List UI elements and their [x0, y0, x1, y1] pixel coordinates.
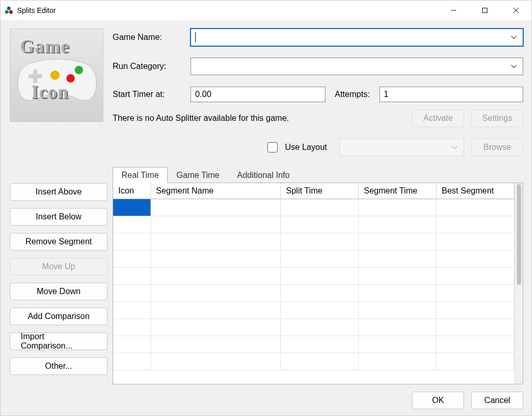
game-icon-text-1: Game: [20, 35, 70, 57]
cell-best_segment[interactable]: [436, 250, 514, 267]
cell-segment_name[interactable]: [151, 353, 281, 370]
cell-best_segment[interactable]: [436, 318, 514, 336]
cell-icon[interactable]: [113, 301, 151, 318]
cell-best_segment[interactable]: [436, 353, 514, 370]
cell-split_time[interactable]: [281, 318, 359, 336]
cell-split_time[interactable]: [281, 353, 359, 370]
import-comparison-button[interactable]: Import Comparison...: [10, 332, 107, 350]
remove-segment-button[interactable]: Remove Segment: [10, 233, 107, 251]
cell-icon[interactable]: [113, 336, 151, 353]
cell-icon[interactable]: [113, 284, 151, 301]
start-timer-input[interactable]: 0.00: [190, 87, 325, 102]
cell-split_time[interactable]: [281, 216, 359, 233]
cell-best_segment[interactable]: [436, 301, 514, 318]
cell-split_time[interactable]: [281, 336, 359, 353]
attempts-input[interactable]: 1: [379, 87, 523, 102]
game-icon-text-2: Icon: [31, 81, 69, 103]
table-row[interactable]: [113, 318, 514, 336]
cell-segment_time[interactable]: [359, 301, 436, 318]
cell-segment_time[interactable]: [359, 199, 436, 216]
table-row[interactable]: [113, 233, 514, 250]
cell-split_time[interactable]: [281, 284, 359, 301]
cell-segment_name[interactable]: [151, 250, 281, 267]
add-comparison-button[interactable]: Add Comparison: [10, 308, 107, 325]
ok-button[interactable]: OK: [412, 392, 464, 409]
cell-icon[interactable]: [113, 216, 151, 233]
cell-icon[interactable]: [113, 353, 151, 370]
cell-segment_time[interactable]: [359, 336, 436, 353]
game-name-combobox[interactable]: [190, 29, 523, 46]
cell-segment_name[interactable]: [151, 301, 281, 318]
segments-grid[interactable]: Icon Segment Name Split Time Segment Tim…: [113, 183, 514, 384]
cell-segment_name[interactable]: [151, 199, 281, 216]
scrollbar-thumb[interactable]: [517, 184, 521, 285]
chevron-down-icon: [510, 33, 517, 42]
cell-segment_time[interactable]: [359, 216, 436, 233]
cell-split_time[interactable]: [281, 233, 359, 250]
cell-best_segment[interactable]: [436, 233, 514, 250]
maximize-button[interactable]: [469, 1, 500, 20]
activate-button[interactable]: Activate: [412, 109, 464, 127]
move-up-button[interactable]: Move Up: [10, 258, 107, 275]
cell-icon[interactable]: [113, 233, 151, 250]
col-icon[interactable]: Icon: [113, 183, 151, 199]
table-row[interactable]: [113, 199, 514, 216]
table-row[interactable]: [113, 216, 514, 233]
browse-button[interactable]: Browse: [471, 138, 523, 156]
col-best-segment[interactable]: Best Segment: [436, 183, 514, 199]
tab-real-time[interactable]: Real Time: [113, 167, 168, 183]
cell-segment_name[interactable]: [151, 336, 281, 353]
cell-segment_name[interactable]: [151, 318, 281, 336]
run-category-combobox[interactable]: [190, 58, 523, 75]
table-row[interactable]: [113, 301, 514, 318]
cell-segment_time[interactable]: [359, 267, 436, 284]
table-row[interactable]: [113, 353, 514, 370]
cell-split_time[interactable]: [281, 267, 359, 284]
cell-best_segment[interactable]: [436, 284, 514, 301]
other-button[interactable]: Other...: [10, 357, 107, 375]
cell-icon[interactable]: [113, 250, 151, 267]
cell-segment_name[interactable]: [151, 233, 281, 250]
insert-below-button[interactable]: Insert Below: [10, 208, 107, 226]
cell-icon[interactable]: [113, 199, 151, 216]
cell-segment_time[interactable]: [359, 284, 436, 301]
cell-segment_name[interactable]: [151, 284, 281, 301]
cell-segment_name[interactable]: [151, 216, 281, 233]
cancel-button[interactable]: Cancel: [471, 392, 523, 409]
col-segment-name[interactable]: Segment Name: [151, 183, 281, 199]
cell-icon[interactable]: [113, 318, 151, 336]
game-icon[interactable]: Game Icon: [10, 29, 103, 122]
table-row[interactable]: [113, 250, 514, 267]
cell-segment_time[interactable]: [359, 250, 436, 267]
use-layout-checkbox[interactable]: [267, 142, 278, 152]
cell-segment_time[interactable]: [359, 233, 436, 250]
tab-game-time[interactable]: Game Time: [168, 167, 228, 183]
tab-additional-info[interactable]: Additional Info: [228, 167, 298, 183]
table-row[interactable]: [113, 267, 514, 284]
cell-segment_name[interactable]: [151, 267, 281, 284]
cell-best_segment[interactable]: [436, 199, 514, 216]
table-row[interactable]: [113, 336, 514, 353]
cell-best_segment[interactable]: [436, 336, 514, 353]
cell-best_segment[interactable]: [436, 267, 514, 284]
cell-best_segment[interactable]: [436, 216, 514, 233]
settings-button[interactable]: Settings: [471, 109, 523, 127]
cell-split_time[interactable]: [281, 301, 359, 318]
insert-above-button[interactable]: Insert Above: [10, 183, 107, 201]
col-segment-time[interactable]: Segment Time: [359, 183, 436, 199]
col-split-time[interactable]: Split Time: [281, 183, 359, 199]
app-icon: [5, 6, 13, 15]
grid-scrollbar[interactable]: [514, 183, 523, 384]
footer: OK Cancel: [10, 392, 523, 409]
minimize-button[interactable]: [438, 1, 469, 20]
cell-split_time[interactable]: [281, 250, 359, 267]
cell-icon[interactable]: [113, 267, 151, 284]
cell-segment_time[interactable]: [359, 353, 436, 370]
table-row[interactable]: [113, 284, 514, 301]
cell-split_time[interactable]: [281, 199, 359, 216]
close-button[interactable]: [500, 1, 531, 20]
move-down-button[interactable]: Move Down: [10, 283, 107, 300]
grid-area: Real Time Game Time Additional Info Icon: [113, 167, 523, 384]
game-icon-pane: Game Icon: [10, 29, 103, 156]
cell-segment_time[interactable]: [359, 318, 436, 336]
